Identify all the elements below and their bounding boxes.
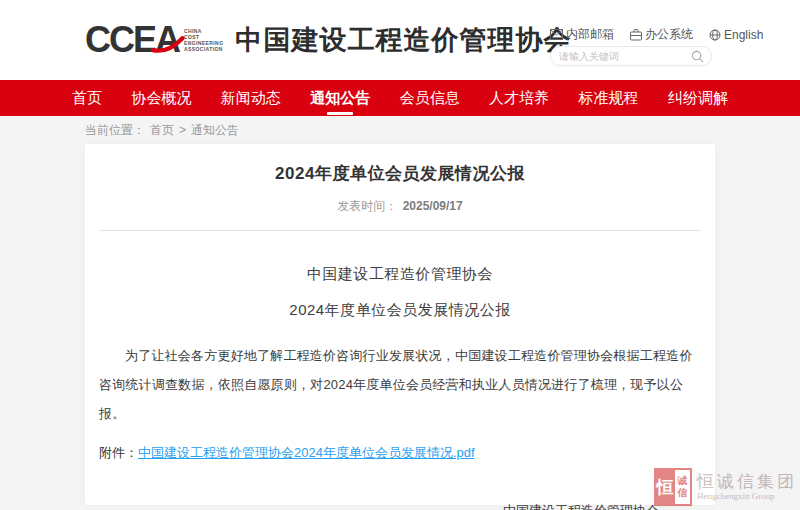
utility-link-english[interactable]: English <box>709 26 763 43</box>
page: CCEA CHINA COST ENGINEERING ASSOCIATION … <box>0 0 800 510</box>
hengchengxin-logo-icon: 恒 诚 信 <box>654 468 692 506</box>
envelope-icon <box>550 29 563 40</box>
attachment-label: 附件： <box>99 445 138 460</box>
breadcrumb-home[interactable]: 首页 <box>150 122 174 139</box>
utility-link-label: 办公系统 <box>645 26 693 43</box>
search-input[interactable] <box>559 51 691 62</box>
main-nav-inner: 首页 协会概况 新闻动态 通知公告 会员信息 人才培养 标准规程 纠纷调解 <box>72 80 728 116</box>
nav-item-mediation[interactable]: 纠纷调解 <box>668 89 728 107</box>
nav-item-members[interactable]: 会员信息 <box>400 89 460 107</box>
article-heading-org: 中国建设工程造价管理协会 <box>99 265 701 284</box>
attachment-row: 附件：中国建设工程造价管理协会2024年度单位会员发展情况.pdf <box>99 444 701 462</box>
hengchengxin-name-en: Hengchengxin Group <box>697 491 797 502</box>
org-name: 中国建设工程造价管理协会 <box>235 22 571 58</box>
hengchengxin-name-cn: 恒诚信集团 <box>697 472 797 491</box>
article-meta: 发表时间： 2025/09/17 <box>99 198 701 215</box>
signature-org: 中国建设工程造价管理协会 <box>503 496 659 510</box>
nav-item-notices[interactable]: 通知公告 <box>310 89 370 107</box>
nav-item-news[interactable]: 新闻动态 <box>221 89 281 107</box>
breadcrumb: 当前位置： 首页 > 通知公告 <box>85 116 715 144</box>
signature-block: 中国建设工程造价管理协会 2025年9月17日 <box>503 496 659 510</box>
article-card: 2024年度单位会员发展情况公报 发表时间： 2025/09/17 中国建设工程… <box>85 144 715 505</box>
ccea-subtext: CHINA COST ENGINEERING ASSOCIATION <box>184 28 223 52</box>
utility-link-label: English <box>724 28 763 42</box>
breadcrumb-current[interactable]: 通知公告 <box>191 122 239 139</box>
site-header: CCEA CHINA COST ENGINEERING ASSOCIATION … <box>0 0 800 80</box>
utility-links: 内部邮箱 办公系统 English <box>550 26 763 43</box>
main-nav: 首页 协会概况 新闻动态 通知公告 会员信息 人才培养 标准规程 纠纷调解 <box>0 80 800 116</box>
utility-link-internal-mail[interactable]: 内部邮箱 <box>550 26 614 43</box>
hengchengxin-name: 恒诚信集团 Hengchengxin Group <box>697 472 797 502</box>
utility-link-office-system[interactable]: 办公系统 <box>630 26 693 43</box>
article-heading-subject: 2024年度单位会员发展情况公报 <box>99 301 701 320</box>
briefcase-icon <box>630 29 642 41</box>
globe-icon <box>709 29 721 41</box>
article-title: 2024年度单位会员发展情况公报 <box>99 144 701 185</box>
article-paragraph: 为了让社会各方更好地了解工程造价咨询行业发展状况，中国建设工程造价管理协会根据工… <box>99 341 701 428</box>
hengchengxin-watermark: 恒 诚 信 恒诚信集团 Hengchengxin Group <box>654 468 797 506</box>
ccea-logo-mark: CCEA <box>85 20 179 60</box>
site-logo[interactable]: CCEA CHINA COST ENGINEERING ASSOCIATION … <box>85 20 571 60</box>
nav-item-home[interactable]: 首页 <box>72 89 102 107</box>
nav-item-training[interactable]: 人才培养 <box>489 89 549 107</box>
nav-item-standards[interactable]: 标准规程 <box>579 89 639 107</box>
title-divider <box>99 230 701 231</box>
utility-link-label: 内部邮箱 <box>566 26 614 43</box>
breadcrumb-prefix: 当前位置： <box>85 122 145 139</box>
search-icon[interactable] <box>691 50 704 63</box>
breadcrumb-separator: > <box>179 123 186 137</box>
publish-time-value: 2025/09/17 <box>403 199 463 213</box>
nav-item-about[interactable]: 协会概况 <box>131 89 191 107</box>
search-box <box>550 46 712 66</box>
publish-time-label: 发表时间： <box>337 199 397 213</box>
ccea-red-swoosh-icon <box>151 36 185 54</box>
attachment-pdf-link[interactable]: 中国建设工程造价管理协会2024年度单位会员发展情况.pdf <box>138 445 475 460</box>
